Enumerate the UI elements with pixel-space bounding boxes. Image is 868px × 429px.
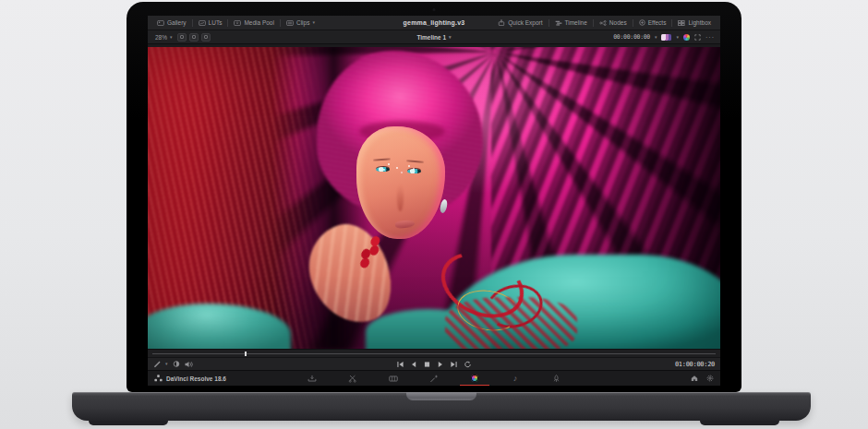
gallery-button[interactable]: Gallery (152, 18, 191, 29)
viewer-image (148, 44, 720, 349)
divider (593, 19, 594, 27)
page-fairlight-button[interactable]: ♪ (509, 371, 522, 387)
skip-to-end-button[interactable] (451, 361, 458, 368)
deliver-page-icon (552, 375, 561, 383)
photo-art-layer (148, 44, 720, 349)
viewer-toolbar: 28% ▾ Timeline 1 ▾ 00:00:00:00 ▾ ▾ ··· (148, 30, 720, 44)
fairlight-page-icon: ♪ (513, 375, 518, 383)
viewer-option-button-1[interactable] (177, 33, 187, 42)
timeline-button[interactable]: Timeline (550, 18, 592, 29)
effects-icon (639, 19, 645, 26)
cut-page-icon (348, 375, 357, 383)
active-page-underline (460, 385, 489, 387)
davinci-resolve-window: Gallery LUTs Media Pool Clips ▾ (148, 16, 720, 386)
effects-button[interactable]: Effects (634, 18, 671, 29)
effects-label: Effects (648, 19, 667, 26)
davinci-resolve-logo (154, 375, 163, 382)
viewer-option-button-3[interactable] (201, 33, 211, 42)
color-wheel-icon[interactable] (683, 34, 690, 41)
toolbar-left-group: Gallery LUTs Media Pool Clips ▾ (152, 18, 319, 29)
laptop-screen: Gallery LUTs Media Pool Clips ▾ (127, 2, 741, 392)
viewer-toolbar-left: 28% ▾ (153, 31, 211, 42)
quick-export-button[interactable]: Quick Export (493, 18, 547, 29)
divider (192, 19, 193, 27)
more-options-icon[interactable]: ··· (705, 34, 715, 41)
laptop-base (72, 392, 811, 421)
viewer-timecode: 00:00:00:00 (613, 33, 650, 41)
play-button[interactable] (438, 361, 444, 368)
color-page-icon (471, 375, 478, 382)
timeline-icon (555, 20, 562, 26)
nodes-button[interactable]: Nodes (595, 18, 632, 29)
edit-page-icon (389, 375, 398, 383)
gear-icon[interactable] (706, 375, 714, 382)
page-fusion-button[interactable] (428, 371, 440, 387)
home-icon[interactable] (691, 375, 698, 382)
lid-lift-notch (406, 392, 476, 400)
viewer-option-button-2[interactable] (189, 33, 199, 42)
luts-label: LUTs (209, 19, 223, 26)
divider (280, 19, 281, 27)
viewer-option-icon (204, 35, 208, 39)
page-edit-button[interactable] (387, 371, 400, 387)
divider (671, 19, 672, 27)
page-color-button[interactable] (468, 371, 481, 387)
record-timecode: 01:00:00:20 (675, 361, 715, 368)
zoom-level-select[interactable]: 28% ▾ (153, 31, 175, 42)
laptop-foot (89, 421, 168, 425)
gallery-label: Gallery (167, 19, 187, 26)
divider (549, 19, 549, 27)
viewer-toolbar-right: 00:00:00:00 ▾ ▾ ··· (613, 33, 715, 41)
pagebar-right-group (691, 375, 714, 382)
transport-controls (397, 361, 472, 368)
viewer-option-icon (180, 35, 184, 39)
skip-to-start-button[interactable] (397, 361, 404, 368)
loop-button[interactable] (464, 361, 472, 368)
app-version-label: DaVinci Resolve 18.6 (166, 375, 226, 382)
viewer-tools: ▾ (153, 361, 193, 368)
media-pool-button[interactable]: Media Pool (229, 18, 279, 29)
quick-export-icon (498, 19, 505, 26)
zoom-level-value: 28% (155, 34, 167, 41)
nodes-icon (599, 20, 607, 26)
laptop-foot (700, 421, 779, 425)
playhead-marker[interactable] (245, 352, 247, 356)
webcam-icon (433, 8, 436, 11)
chevron-down-icon: ▾ (165, 362, 168, 366)
stop-button[interactable] (424, 361, 431, 368)
app-brand: DaVinci Resolve 18.6 (154, 375, 226, 382)
luts-button[interactable]: LUTs (194, 18, 227, 29)
lightbox-button[interactable]: Lightbox (673, 18, 716, 29)
lightbox-label: Lightbox (688, 19, 711, 26)
page-tabs: ♪ (306, 371, 562, 387)
viewer (148, 44, 720, 349)
lightbox-icon (678, 20, 685, 26)
clips-button[interactable]: Clips ▾ (282, 18, 319, 29)
speaker-icon[interactable] (185, 361, 193, 368)
page-cut-button[interactable] (346, 371, 359, 387)
media-page-icon (307, 375, 317, 383)
media-pool-label: Media Pool (244, 19, 274, 26)
clips-label: Clips (296, 19, 309, 26)
timeline-label: Timeline (565, 19, 587, 26)
nodes-label: Nodes (609, 19, 627, 26)
monitor-preview-icon[interactable] (661, 34, 671, 41)
expand-icon[interactable] (694, 34, 701, 41)
media-pool-icon (234, 20, 241, 26)
annotation-pen-icon[interactable] (153, 361, 161, 368)
viewer-scrubber[interactable] (148, 349, 720, 357)
step-back-button[interactable] (411, 361, 417, 368)
viewer-option-icon (192, 35, 196, 39)
compare-icon[interactable] (173, 361, 180, 367)
page-deliver-button[interactable] (549, 371, 562, 387)
scrubber-track[interactable] (152, 353, 716, 354)
page-media-button[interactable] (306, 371, 319, 387)
chevron-down-icon: ▾ (449, 35, 452, 40)
chevron-down-icon: ▾ (655, 35, 657, 40)
gallery-icon (157, 20, 164, 26)
luts-icon (199, 20, 206, 26)
timeline-selector[interactable]: Timeline 1 ▾ (416, 34, 451, 41)
page-bar: DaVinci Resolve 18.6 (148, 370, 720, 386)
chevron-down-icon: ▾ (170, 35, 173, 40)
chevron-down-icon: ▾ (676, 35, 679, 40)
